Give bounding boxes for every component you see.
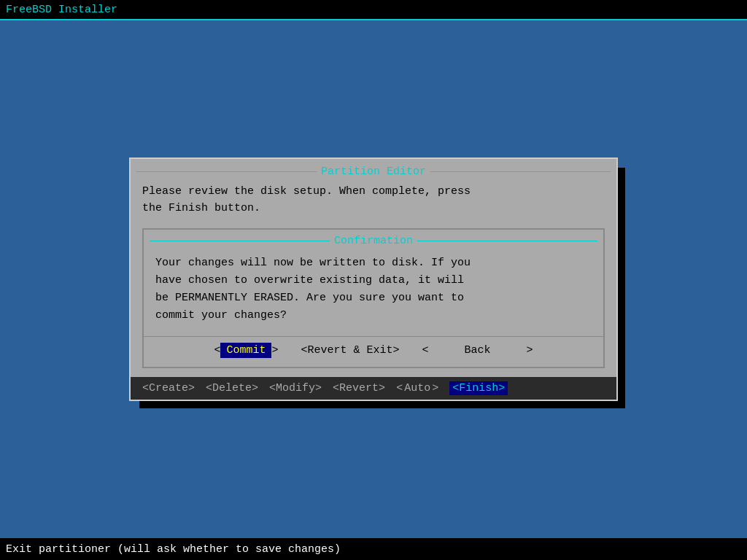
toolbar-auto-right: > [432, 382, 438, 394]
app-title: FreeBSD Installer [6, 4, 117, 16]
status-text: Exit partitioner (will ask whether to sa… [6, 543, 341, 556]
back-right-bracket: > [527, 344, 533, 357]
pe-desc-text: Please review the disk setup. When compl… [142, 185, 471, 214]
main-content: Partition Editor Please review the disk … [0, 20, 747, 538]
toolbar-modify[interactable]: <Modify> [269, 382, 322, 394]
back-button[interactable]: Back [460, 343, 495, 358]
toolbar-sep-1 [196, 382, 203, 394]
toolbar-create[interactable]: <Create> [142, 382, 195, 394]
toolbar-finish[interactable]: <Finish> [449, 381, 508, 395]
confirmation-title: Confirmation [330, 235, 417, 247]
toolbar-auto-label[interactable]: Auto [404, 382, 430, 394]
partition-editor-box: Partition Editor Please review the disk … [129, 158, 618, 401]
button-separator-3 [435, 344, 454, 357]
commit-right-bracket: > [271, 344, 278, 357]
confirmation-message: Your changes will now be written to disk… [155, 257, 471, 322]
toolbar-sep-5 [440, 382, 446, 394]
toolbar-revert[interactable]: <Revert> [333, 382, 385, 394]
button-separator-4 [501, 344, 521, 357]
toolbar: <Create> <Delete> <Modify> <Revert> < Au… [131, 377, 616, 400]
toolbar-auto-left: < [396, 382, 403, 394]
toolbar-sep-2 [260, 382, 266, 394]
confirmation-buttons-row: < Commit > <Revert & Exit> < Back > [144, 336, 603, 367]
confirmation-text: Your changes will now be written to disk… [144, 247, 603, 336]
toolbar-sep-3 [323, 382, 330, 394]
title-bar: FreeBSD Installer [0, 0, 747, 20]
toolbar-sep-4 [387, 382, 393, 394]
toolbar-delete[interactable]: <Delete> [206, 382, 258, 394]
confirmation-title-line: Confirmation [144, 234, 603, 247]
back-left-bracket: < [422, 344, 429, 357]
partition-editor-title-line: Partition Editor [131, 165, 616, 178]
partition-editor-title: Partition Editor [317, 166, 430, 178]
button-separator-2 [410, 344, 417, 357]
status-bar: Exit partitioner (will ask whether to sa… [0, 538, 747, 560]
partition-editor-description: Please review the disk setup. When compl… [131, 178, 616, 228]
commit-left-bracket: < [214, 344, 220, 357]
button-separator-1 [284, 344, 290, 357]
revert-exit-button[interactable]: <Revert & Exit> [296, 343, 403, 358]
commit-button[interactable]: Commit [220, 343, 271, 358]
confirmation-box: Confirmation Your changes will now be wr… [142, 228, 605, 368]
